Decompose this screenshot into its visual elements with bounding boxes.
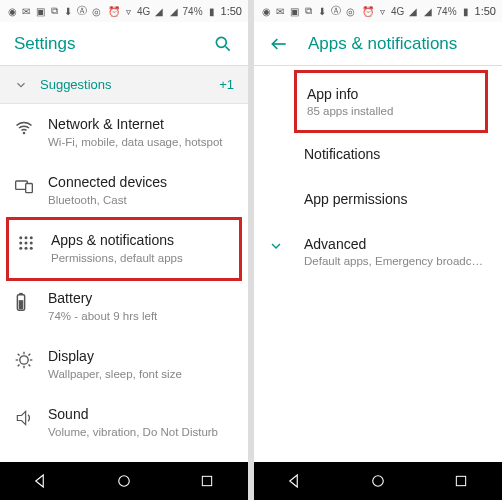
system-icon: ◎ <box>90 5 102 17</box>
row-sound[interactable]: Sound Volume, vibration, Do Not Disturb <box>0 394 248 452</box>
alarm-icon: ⏰ <box>362 5 374 17</box>
row-sub: Wi-Fi, mobile, data usage, hotspot <box>48 135 234 150</box>
row-sub: Permissions, default apps <box>51 251 231 266</box>
signal-icon: ◢ <box>407 5 419 17</box>
devices-icon <box>14 174 48 196</box>
row-display[interactable]: Display Wallpaper, sleep, font size <box>0 336 248 394</box>
svg-point-7 <box>30 236 33 239</box>
row-title: Network & Internet <box>48 116 234 132</box>
nav-back-icon[interactable] <box>31 471 51 491</box>
row-title: Advanced <box>304 236 484 252</box>
apps-grid-icon <box>17 232 51 252</box>
row-title: Battery <box>48 290 234 306</box>
display-icon <box>14 348 48 370</box>
row-advanced[interactable]: Advanced Default apps, Emergency broadca… <box>254 223 502 280</box>
nav-recent-icon[interactable] <box>451 471 471 491</box>
android-icon: Ⓐ <box>330 5 342 17</box>
app-bar: Apps & notifications <box>254 22 502 66</box>
page-title: Apps & notifications <box>308 34 488 54</box>
nav-home-icon[interactable] <box>368 471 388 491</box>
mail-icon: ✉ <box>274 5 286 17</box>
svg-point-10 <box>30 241 33 244</box>
row-sub: Bluetooth, Cast <box>48 193 234 208</box>
row-sub: Wallpaper, sleep, font size <box>48 367 234 382</box>
status-bar: ◉ ✉ ▣ ⧉ ⬇ Ⓐ ◎ ⏰ ▿ 4G ◢ ◢ 74% ▮ 1:50 <box>0 0 248 22</box>
system-icon: ◎ <box>344 5 356 17</box>
chevron-down-icon <box>14 78 40 92</box>
row-sub: Volume, vibration, Do Not Disturb <box>48 425 234 440</box>
highlight-app-info: App info 85 apps installed <box>294 70 488 133</box>
row-connected-devices[interactable]: Connected devices Bluetooth, Cast <box>0 162 248 220</box>
row-title: Display <box>48 348 234 364</box>
nav-bar <box>0 462 248 500</box>
app-bar: Settings <box>0 22 248 66</box>
nav-bar <box>254 462 502 500</box>
svg-point-29 <box>119 476 130 487</box>
svg-point-12 <box>25 247 28 250</box>
page-title: Settings <box>14 34 212 54</box>
battery-icon: ▮ <box>460 5 472 17</box>
row-sub: Default apps, Emergency broadcasts, Spec… <box>304 255 484 267</box>
row-app-permissions[interactable]: App permissions <box>254 178 502 223</box>
download-icon: ⬇ <box>62 5 74 17</box>
svg-line-24 <box>18 364 20 366</box>
svg-point-11 <box>19 247 22 250</box>
wifi-icon: ▿ <box>123 5 135 17</box>
svg-point-5 <box>19 236 22 239</box>
alarm-icon: ⏰ <box>108 5 120 17</box>
nav-home-icon[interactable] <box>114 471 134 491</box>
row-sub: 85 apps installed <box>307 105 475 117</box>
nav-back-icon[interactable] <box>285 471 305 491</box>
signal-icon: ◢ <box>153 5 165 17</box>
row-apps-notifications[interactable]: Apps & notifications Permissions, defaul… <box>9 220 239 278</box>
highlight-apps-notifications: Apps & notifications Permissions, defaul… <box>6 217 242 281</box>
suggestions-badge: +1 <box>219 77 234 92</box>
sound-icon <box>14 406 48 428</box>
svg-point-0 <box>216 37 226 47</box>
search-icon[interactable] <box>212 33 234 55</box>
svg-point-17 <box>20 356 28 364</box>
signal2-icon: ◢ <box>422 5 434 17</box>
row-title: Notifications <box>304 146 484 162</box>
image-icon: ▣ <box>34 5 46 17</box>
row-app-info[interactable]: App info 85 apps installed <box>297 73 485 130</box>
suggestions-row[interactable]: Suggestions +1 <box>0 66 248 104</box>
whatsapp-icon: ◉ <box>260 5 272 17</box>
apps-notifications-screen: ◉ ✉ ▣ ⧉ ⬇ Ⓐ ◎ ⏰ ▿ 4G ◢ ◢ 74% ▮ 1:50 Apps… <box>254 0 502 500</box>
network-gen-label: 4G <box>138 5 150 17</box>
clock: 1:50 <box>475 5 496 17</box>
svg-point-32 <box>373 476 384 487</box>
svg-point-8 <box>19 241 22 244</box>
row-title: Apps & notifications <box>51 232 231 248</box>
row-sub: 74% - about 9 hrs left <box>48 309 234 324</box>
row-title: App info <box>307 86 475 102</box>
clock: 1:50 <box>221 5 242 17</box>
svg-point-2 <box>23 132 26 135</box>
network-gen-label: 4G <box>392 5 404 17</box>
suggestions-label: Suggestions <box>40 77 219 92</box>
row-title: Sound <box>48 406 234 422</box>
nav-recent-icon[interactable] <box>197 471 217 491</box>
svg-rect-30 <box>202 476 211 485</box>
svg-point-6 <box>25 236 28 239</box>
image-icon: ▣ <box>288 5 300 17</box>
back-icon[interactable] <box>268 33 290 55</box>
row-network[interactable]: Network & Internet Wi-Fi, mobile, data u… <box>0 104 248 162</box>
status-bar: ◉ ✉ ▣ ⧉ ⬇ Ⓐ ◎ ⏰ ▿ 4G ◢ ◢ 74% ▮ 1:50 <box>254 0 502 22</box>
row-battery[interactable]: Battery 74% - about 9 hrs left <box>0 278 248 336</box>
chevron-down-icon <box>268 236 304 254</box>
battery-pct: 74% <box>437 6 457 17</box>
row-storage[interactable]: Storage 63% used - 11.75 GB free <box>0 452 248 462</box>
android-icon: Ⓐ <box>76 5 88 17</box>
svg-point-13 <box>30 247 33 250</box>
settings-screen: ◉ ✉ ▣ ⧉ ⬇ Ⓐ ◎ ⏰ ▿ 4G ◢ ◢ 74% ▮ 1:50 Sett… <box>0 0 248 500</box>
whatsapp-icon: ◉ <box>6 5 18 17</box>
mail-icon: ✉ <box>20 5 32 17</box>
row-notifications[interactable]: Notifications <box>254 133 502 178</box>
svg-line-25 <box>29 354 31 356</box>
settings-list: Suggestions +1 Network & Internet Wi-Fi,… <box>0 66 248 462</box>
svg-point-9 <box>25 241 28 244</box>
svg-line-23 <box>29 364 31 366</box>
battery-icon: ▮ <box>206 5 218 17</box>
svg-line-22 <box>18 354 20 356</box>
